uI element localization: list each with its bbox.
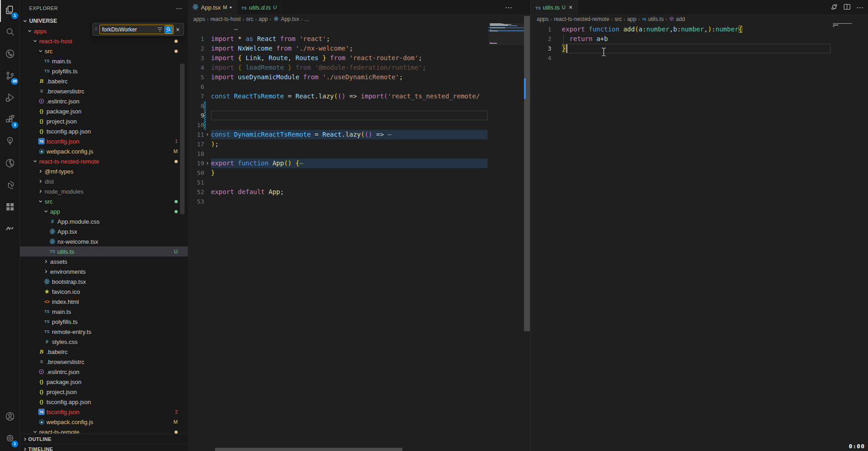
tree-item-tsconfig.app.json[interactable]: {}tsconfig.app.json (20, 397, 188, 407)
code-line[interactable]: 6 (188, 82, 530, 92)
tree-item-react-ts-nested-remote[interactable]: react-ts-nested-remote (20, 156, 188, 166)
find-input-box[interactable]: forkDtsWorker (99, 25, 174, 34)
fuzzy-search-icon[interactable] (164, 26, 173, 34)
code-line[interactable]: 4 (531, 53, 868, 63)
editor-group-sash[interactable] (530, 0, 531, 451)
activity-item-testing-tree[interactable] (0, 131, 20, 153)
code-line[interactable]: 50} (188, 168, 530, 178)
code-line[interactable]: 53 (188, 197, 530, 206)
tree-item-.babelrc[interactable]: B.babelrc (20, 347, 188, 357)
activity-item-search[interactable] (0, 22, 20, 44)
activity-item-settings[interactable]: 1 (0, 428, 20, 450)
breadcrumb-item[interactable]: app (259, 16, 268, 22)
code-line[interactable]: 17); (188, 139, 530, 149)
outline-section[interactable]: OUTLINE (20, 434, 188, 444)
tree-item-.eslintrc.json[interactable]: .eslintrc.json (20, 96, 188, 106)
drag-grip-icon[interactable]: ⠿ (95, 27, 99, 31)
breadcrumb-item[interactable]: react-ts-nested-remote (554, 16, 609, 22)
code-editor-right[interactable]: 1export function add(a:number,b:number,)… (531, 23, 868, 63)
code-line[interactable]: 1export function add(a:number,b:number,)… (531, 25, 868, 34)
breadcrumb-item[interactable]: apps (537, 16, 549, 22)
activity-item-extensions[interactable]: 3 (0, 109, 20, 131)
code-line[interactable]: 8 (188, 101, 530, 111)
tree-item-node-modules[interactable]: node_modules (20, 186, 188, 196)
tree-item-project.json[interactable]: {}project.json (20, 116, 188, 126)
split-editor-icon[interactable] (843, 3, 851, 12)
tree-item-main.ts[interactable]: TSmain.ts (20, 307, 188, 317)
tree-item-environments[interactable]: environments (20, 266, 188, 277)
tab-App.tsx[interactable]: App.tsxM● (188, 0, 237, 15)
close-icon[interactable]: × (174, 26, 182, 33)
tree-item-app[interactable]: app (20, 206, 188, 216)
minimap[interactable] (488, 23, 524, 45)
activity-item-source-control[interactable]: 38 (0, 66, 20, 87)
dirty-dot-icon[interactable]: ● (230, 5, 232, 10)
code-line[interactable]: 18 (188, 149, 530, 159)
tree-item-bootstrap.tsx[interactable]: bootstrap.tsx (20, 277, 188, 287)
code-editor-left[interactable]: ⋯1import * as React from 'react';2import… (188, 23, 530, 206)
find-input[interactable]: forkDtsWorker (102, 26, 156, 33)
tree-item-main.ts[interactable]: TSmain.ts (20, 56, 188, 66)
activity-item-grid-tool[interactable] (0, 197, 20, 219)
tree-item-nx-welcome.tsx[interactable]: nx-welcome.tsx (20, 236, 188, 246)
minimap[interactable] (832, 23, 853, 31)
tree-item-tsconfig.json[interactable]: TStsconfig.json1 (20, 136, 188, 146)
activity-item-accounts[interactable] (0, 406, 20, 428)
tree-item-.babelrc[interactable]: B.babelrc (20, 76, 188, 86)
breadcrumb-item[interactable]: app (627, 16, 636, 22)
tree-item-favicon.ico[interactable]: ★favicon.ico (20, 287, 188, 297)
horizontal-scrollbar[interactable] (215, 448, 402, 451)
breadcrumb-item[interactable]: src (246, 16, 253, 22)
more-actions-icon[interactable]: ⋯ (505, 3, 512, 12)
activity-item-remote-explorer[interactable] (0, 44, 20, 66)
tree-item-webpack.config.js[interactable]: webpack.config.jsM (20, 146, 188, 156)
sync-icon[interactable] (831, 3, 838, 12)
tree-item-src[interactable]: src (20, 196, 188, 206)
timeline-section[interactable]: TIMELINE (20, 444, 188, 451)
breadcrumb-item[interactable]: ... (304, 16, 309, 22)
code-line[interactable]: 4import { loadRemote } from '@module-fed… (188, 63, 530, 72)
tree-item-@mf-types[interactable]: @mf-types (20, 166, 188, 176)
tree-item-dist[interactable]: dist (20, 176, 188, 186)
code-line[interactable]: 52export default App; (188, 187, 530, 197)
tree-item-remote-entry.ts[interactable]: TSremote-entry.ts (20, 327, 188, 337)
tree-item-webpack.config.js[interactable]: webpack.config.jsM (20, 417, 188, 427)
filter-icon[interactable] (156, 26, 164, 34)
code-line[interactable]: 2 return a+b (531, 34, 868, 44)
breadcrumb-item[interactable]: apps (193, 16, 205, 22)
activity-item-nx-console[interactable] (0, 175, 20, 197)
code-line[interactable]: 3import { Link, Route, Routes } from 're… (188, 53, 530, 63)
tree-item-utils.ts[interactable]: TSutils.tsU (20, 246, 188, 256)
tree-item-.browserslistrc[interactable]: ≡.browserslistrc (20, 357, 188, 367)
tree-item-App.module.css[interactable]: #App.module.css (20, 216, 188, 226)
fold-chevron-icon[interactable]: › (205, 130, 210, 139)
tree-item-tsconfig.json[interactable]: TStsconfig.json2 (20, 407, 188, 417)
code-line[interactable]: 11›const DynamicReactTsRemote = React.la… (188, 130, 530, 139)
tree-item-package.json[interactable]: {}package.json (20, 377, 188, 387)
tree-item-.eslintrc.json[interactable]: .eslintrc.json (20, 367, 188, 377)
tree-item-package.json[interactable]: {}package.json (20, 106, 188, 116)
tree-item-tsconfig.app.json[interactable]: {}tsconfig.app.json (20, 126, 188, 136)
code-line[interactable]: 5import useDynamicModule from './useDyna… (188, 72, 530, 82)
sidebar-more-actions-icon[interactable]: ⋯ (176, 5, 182, 12)
code-line[interactable]: 7const ReactTsRemote = React.lazy(() => … (188, 92, 530, 101)
activity-item-explorer[interactable]: 1 (0, 0, 20, 22)
code-line[interactable]: 2import NxWelcome from './nx-welcome'; (188, 44, 530, 53)
code-line[interactable]: 3} (531, 44, 868, 53)
close-tab-icon[interactable]: × (569, 4, 572, 11)
breadcrumb-item[interactable]: src (615, 16, 622, 22)
fold-chevron-icon[interactable]: › (205, 159, 210, 168)
more-actions-icon[interactable]: ⋯ (856, 3, 863, 12)
tree-item-.browserslistrc[interactable]: ≡.browserslistrc (20, 86, 188, 96)
tree-item-polyfills.ts[interactable]: TSpolyfills.ts (20, 317, 188, 327)
activity-item-slashes-tool[interactable] (0, 219, 20, 241)
tree-item-index.html[interactable]: <>index.html (20, 297, 188, 307)
vertical-scrollbar[interactable] (524, 16, 530, 331)
activity-item-run-debug[interactable] (0, 87, 20, 109)
tree-item-project.json[interactable]: {}project.json (20, 387, 188, 397)
tree-item-styles.css[interactable]: #styles.css (20, 337, 188, 347)
breadcrumb-item[interactable]: add (669, 16, 685, 23)
code-line[interactable]: 1import * as React from 'react'; (188, 34, 530, 44)
sidebar-scrollbar[interactable] (180, 64, 185, 214)
tree-item-App.tsx[interactable]: App.tsx (20, 226, 188, 236)
